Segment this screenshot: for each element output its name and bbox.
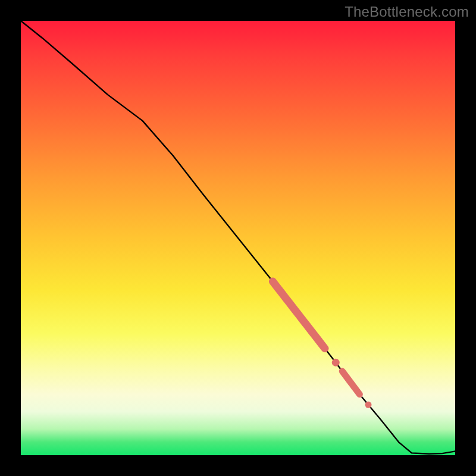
chart-svg: [21, 21, 455, 455]
chart-frame: TheBottleneck.com: [0, 0, 476, 476]
highlight-segment-2: [342, 371, 359, 394]
bottleneck-curve: [21, 21, 455, 454]
marker-dot-2: [365, 402, 372, 408]
plot-area: [21, 21, 455, 455]
highlight-segment-1: [273, 281, 325, 349]
watermark-text: TheBottleneck.com: [345, 4, 469, 20]
marker-dot-1: [332, 359, 340, 367]
